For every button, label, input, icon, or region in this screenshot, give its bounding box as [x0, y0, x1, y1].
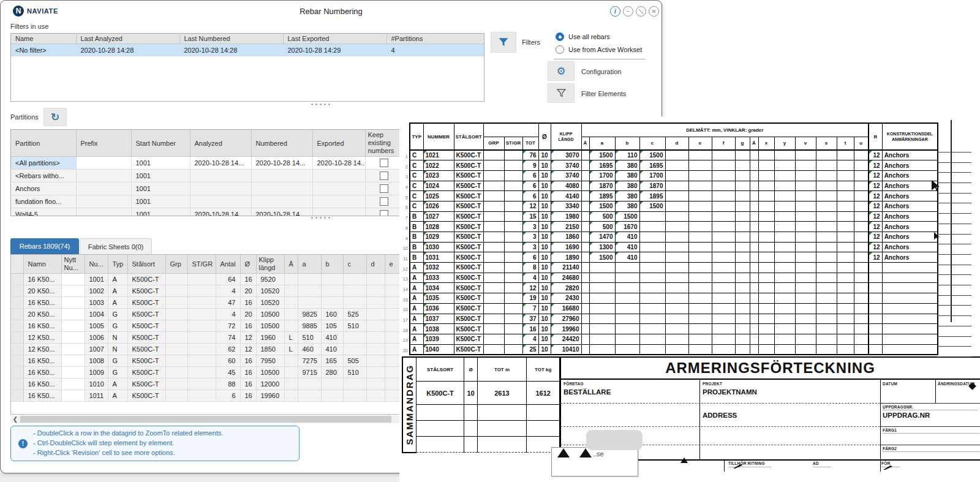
rebar-row[interactable]: 16 K50...1010AK500C-T881612000	[11, 378, 401, 390]
diameter-cell: 10	[538, 344, 551, 355]
dim-b-cell	[615, 293, 639, 304]
dim-cell	[816, 211, 837, 222]
column-header[interactable]: Last Numbered	[179, 34, 283, 44]
r-cell: 12	[869, 242, 882, 252]
radio-use-from-active-workset[interactable]: Use from Active Workset	[556, 45, 642, 54]
rebar-row[interactable]: 16 K50...1001AK500C-T64169520	[11, 274, 401, 285]
keep-existing-checkbox[interactable]	[380, 210, 388, 216]
column-header[interactable]: e	[385, 255, 401, 274]
minimize-icon[interactable]: −	[623, 6, 633, 17]
grid-cell	[312, 195, 365, 208]
rebar-row[interactable]: 16 K50...1011AK500C-T61619960	[11, 390, 401, 402]
filter-elements-button[interactable]	[548, 83, 575, 103]
dim-letter-header: g	[735, 137, 750, 150]
column-header[interactable]: Prefix	[76, 130, 131, 157]
dim-b-cell: 410	[615, 232, 639, 243]
rebar-row[interactable]: 20 K50...1004GK500C-T420105009825160525	[11, 309, 401, 320]
keep-existing-checkbox[interactable]	[380, 159, 388, 167]
column-header[interactable]: d	[366, 255, 385, 274]
splitter-handle[interactable]	[310, 103, 332, 106]
rebar-row[interactable]: 16 K50...1003AK500C-T471610520	[11, 297, 401, 309]
column-header[interactable]: Nu...	[85, 255, 108, 274]
column-header[interactable]: Typ	[108, 255, 127, 274]
partition-row[interactable]: fundation floo...1001	[11, 195, 402, 208]
column-header[interactable]: Ø	[240, 255, 256, 274]
dim-cell	[750, 242, 758, 252]
column-header[interactable]: Klipp längd	[256, 255, 284, 274]
tab-fabric-sheets[interactable]: Fabric Sheets 0(0)	[80, 238, 152, 254]
tab-rebars[interactable]: Rebars 1809(74)	[10, 238, 79, 254]
column-header[interactable]: Ä	[284, 255, 298, 274]
partition-row[interactable]: Anchors1001	[11, 183, 402, 195]
dim-cell	[837, 191, 854, 201]
dim-a-cell: 500	[589, 211, 615, 222]
configuration-button[interactable]: ⚙	[548, 61, 575, 81]
rebar-row[interactable]: 16 K50...1005GK500C-T7216105009885105510	[11, 320, 401, 332]
schedule-row: C1024K500C-T61040801870380187012Anchors	[410, 181, 938, 191]
keep-existing-checkbox[interactable]	[380, 184, 388, 193]
column-header[interactable]: Namn	[23, 255, 61, 274]
column-header[interactable]: Last Analyzed	[76, 34, 179, 44]
column-header[interactable]: Stålsort	[127, 255, 165, 274]
column-header[interactable]: Start Number	[131, 130, 190, 157]
summary-column-header: STÅLSORT	[417, 357, 464, 382]
filter-row[interactable]: <No filter>2020-10-28 14:282020-10-28 14…	[11, 44, 484, 56]
column-header[interactable]: Name	[11, 34, 76, 44]
scroll-left-arrow-icon[interactable]: ❮	[11, 415, 20, 423]
dim-cell	[712, 150, 735, 160]
column-header[interactable]: ST/GR	[187, 255, 216, 274]
dim-cell	[688, 303, 712, 314]
grp-cell	[483, 232, 504, 243]
grid-cell	[187, 367, 216, 378]
partition-row[interactable]: <All partitions>10012020-10-28 14...2020…	[11, 157, 402, 170]
column-header[interactable]: Nytt Nu...	[61, 255, 85, 274]
info-icon[interactable]: i	[610, 6, 620, 17]
rebar-row[interactable]: 12 K50...1006NK500C-T74121960L510410	[11, 332, 401, 344]
schedule-row: C1021K500C-T761030701500110150012Anchors	[410, 150, 938, 160]
gear-icon: ⚙	[556, 66, 565, 77]
dim-cell	[750, 314, 758, 324]
dim-cell	[712, 191, 735, 201]
dim-cell	[750, 303, 758, 314]
column-header[interactable]: c	[343, 255, 366, 274]
column-header[interactable]: #Partitions	[386, 34, 484, 44]
column-header[interactable]: Antal	[216, 255, 240, 274]
stgr-cell	[504, 160, 522, 171]
grid-cell	[76, 208, 131, 217]
rebar-row[interactable]: 16 K50...1008GK500C-T601679507275165505	[11, 355, 401, 367]
rebar-row[interactable]: 12 K50...1007NK500C-T62121850L460410	[11, 344, 401, 355]
column-header[interactable]: Numbered	[251, 130, 312, 157]
column-header[interactable]: Keep existing numbers	[365, 130, 402, 157]
column-header[interactable]: b	[321, 255, 343, 274]
splitter-handle[interactable]	[310, 216, 332, 219]
tot-cell: 3	[522, 222, 538, 232]
grid-cell: 12 K50...	[23, 332, 61, 344]
close-icon[interactable]: ✕	[649, 6, 659, 17]
dim-cell	[688, 201, 712, 211]
stalsort-cell: K500C-T	[454, 303, 483, 314]
keep-existing-checkbox[interactable]	[380, 197, 388, 206]
column-header[interactable]: Exported	[312, 130, 365, 157]
summary-column-header: TOT kg	[527, 357, 560, 382]
partition-row[interactable]: Wall4-510012020-10-28 14...2020-10-28 14…	[11, 208, 402, 217]
column-header[interactable]: Analyzed	[190, 130, 251, 157]
column-header[interactable]: Last Exported	[283, 34, 386, 44]
disable-icon[interactable]	[636, 6, 646, 17]
radio-use-all-rebars[interactable]: Use all rebars	[556, 32, 610, 41]
horizontal-scrollbar[interactable]: ❮	[11, 415, 401, 423]
grid-cell	[190, 195, 251, 208]
dim-cell	[774, 170, 795, 181]
grid-cell: 16 K50...	[23, 320, 61, 332]
partition-row[interactable]: <Rebars witho...1001	[11, 170, 402, 183]
scrollbar-thumb[interactable]	[20, 416, 391, 423]
column-header[interactable]: Grp	[165, 255, 187, 274]
column-header[interactable]: Partition	[11, 130, 76, 157]
grid-cell	[76, 170, 131, 183]
refresh-partitions-button[interactable]: ↻	[43, 108, 67, 126]
rebar-row[interactable]: 16 K50...1009GK500C-T4516105009715280510	[11, 367, 401, 378]
rebar-row[interactable]: 20 K50...1002AK500C-T42010520	[11, 285, 401, 297]
filters-button[interactable]	[491, 32, 516, 53]
keep-existing-checkbox[interactable]	[380, 171, 388, 180]
sheet-title: ARMERINGSFÖRTECKNING	[560, 358, 980, 380]
column-header[interactable]: a	[298, 255, 321, 274]
